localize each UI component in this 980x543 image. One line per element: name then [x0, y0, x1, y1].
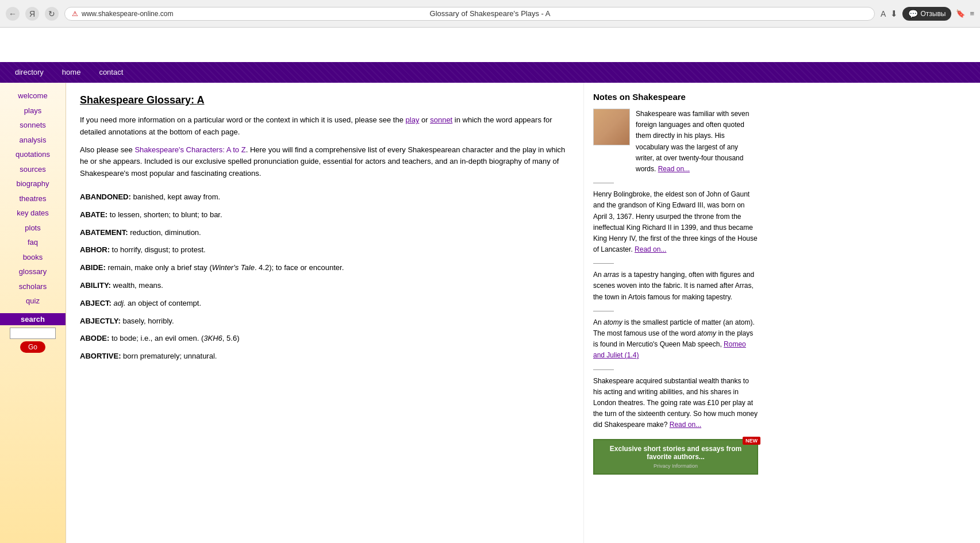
entry-italic2: 3KH6: [203, 334, 222, 342]
sidebar-link-books[interactable]: books: [0, 250, 66, 265]
note-1-read-on[interactable]: Read on...: [658, 165, 690, 173]
note-4-italic2: atomy: [697, 329, 716, 337]
main-layout: welcomeplayssonnetsanalysisquotationssou…: [0, 83, 980, 543]
note-1: Shakespeare was familiar with seven fore…: [593, 109, 758, 175]
warning-icon: ⚠: [72, 10, 78, 18]
sonnet-link[interactable]: sonnet: [430, 115, 452, 124]
menu-button[interactable]: ≡: [970, 9, 974, 18]
nav-directory[interactable]: directory: [6, 62, 53, 83]
sidebar-link-scholars[interactable]: scholars: [0, 279, 66, 294]
note-1-image: [593, 109, 630, 145]
note-2: Henry Bolingbroke, the eldest son of Joh…: [593, 189, 758, 255]
notes-heading: Notes on Shakespeare: [593, 92, 758, 102]
entry-term: ABIDE:: [80, 263, 106, 272]
sidebar-link-faq[interactable]: faq: [0, 235, 66, 250]
sidebar-link-welcome[interactable]: welcome: [0, 88, 66, 103]
browser-actions: A ⬇ 💬 Отзывы 🔖 ≡: [881, 7, 974, 21]
sidebar-link-plots[interactable]: plots: [0, 221, 66, 236]
intro-paragraph-2: Also please see Shakespeare's Characters…: [80, 144, 570, 180]
sidebar-link-plays[interactable]: plays: [0, 103, 66, 118]
entry-term: ABHOR:: [80, 245, 110, 254]
right-sidebar: Notes on Shakespeare Shakespeare was fam…: [583, 83, 767, 543]
page-title: Glossary of Shakespeare's Plays - A: [430, 9, 551, 18]
divider-3: [593, 311, 614, 311]
content-area: Shakespeare Glossary: A If you need more…: [66, 83, 583, 543]
sidebar-link-sources[interactable]: sources: [0, 162, 66, 177]
note-2-read-on[interactable]: Read on...: [635, 245, 666, 253]
glossary-entry: ABODE: to bode; i.e., an evil omen. (3KH…: [80, 333, 570, 345]
note-1-content: Shakespeare was familiar with seven fore…: [593, 109, 758, 175]
glossary-entry: ABORTIVE: born prematurely; unnatural.: [80, 351, 570, 363]
entry-term: ABATE:: [80, 210, 107, 219]
url-text: www.shakespeare-online.com: [82, 10, 173, 18]
glossary-entry: ABIDE: remain, make only a brief stay (W…: [80, 262, 570, 274]
note-3: An arras is a tapestry hanging, often wi…: [593, 269, 758, 303]
refresh-button[interactable]: ↻: [45, 7, 59, 21]
note-1-body: Shakespeare was familiar with seven fore…: [636, 110, 749, 173]
go-button[interactable]: Go: [20, 341, 45, 353]
sidebar-link-theatres[interactable]: theatres: [0, 191, 66, 206]
glossary-heading: Shakespeare Glossary: A: [80, 94, 570, 106]
privacy-text: Privacy Information: [599, 463, 752, 469]
nav-contact[interactable]: contact: [90, 62, 132, 83]
glossary-entry: ABJECT: adj. an object of contempt.: [80, 298, 570, 310]
review-label: Отзывы: [920, 10, 946, 18]
glossary-entry: ABJECTLY: basely, horribly.: [80, 315, 570, 328]
heading-letter: A: [197, 94, 204, 106]
glossary-entry: ABANDONED: banished, kept away from.: [80, 191, 570, 203]
intro-paragraph-1: If you need more information on a partic…: [80, 114, 570, 138]
note-5: Shakespeare acquired substantial wealth …: [593, 376, 758, 431]
sidebar-link-quiz[interactable]: quiz: [0, 294, 66, 309]
intro-text-2a: Also please see: [80, 145, 134, 154]
entry-italic: Winter's Tale: [212, 263, 255, 272]
entry-term: ABJECTLY:: [80, 317, 121, 325]
profile-icon: Я: [29, 9, 35, 18]
sidebar-link-key-dates[interactable]: key dates: [0, 206, 66, 221]
review-button[interactable]: 💬 Отзывы: [902, 7, 951, 21]
back-button[interactable]: ←: [6, 7, 20, 21]
entry-italic: adj.: [114, 299, 126, 307]
note-4-pre: An: [593, 318, 604, 326]
sidebar-link-glossary[interactable]: glossary: [0, 264, 66, 279]
browser-chrome: ← Я ↻ ⚠ www.shakespeare-online.com Gloss…: [0, 0, 980, 28]
note-2-body: Henry Bolingbroke, the eldest son of Joh…: [593, 190, 758, 253]
back-icon: ←: [9, 9, 17, 18]
sidebar-link-sonnets[interactable]: sonnets: [0, 118, 66, 133]
intro-text-1b: or: [419, 115, 430, 124]
nav-bar: directory home contact: [0, 62, 980, 83]
nav-home[interactable]: home: [53, 62, 90, 83]
new-badge: NEW: [743, 437, 760, 445]
sidebar-link-biography[interactable]: biography: [0, 176, 66, 191]
sidebar-link-quotations[interactable]: quotations: [0, 147, 66, 162]
note-4: An atomy is the smallest particle of mat…: [593, 317, 758, 361]
ad-text: Exclusive short stories and essays from …: [599, 445, 752, 461]
profile-button[interactable]: Я: [25, 7, 39, 21]
entry-term: ABODE:: [80, 334, 109, 342]
top-space: [0, 28, 980, 62]
entry-term: ABANDONED:: [80, 192, 131, 201]
play-link[interactable]: play: [406, 115, 420, 124]
bookmark-button[interactable]: 🔖: [956, 9, 965, 18]
note-3-italic: arras: [604, 271, 619, 279]
sidebar-link-analysis[interactable]: analysis: [0, 133, 66, 148]
note-5-read-on[interactable]: Read on...: [670, 421, 701, 429]
entry-term: ABORTIVE:: [80, 352, 121, 360]
search-input[interactable]: [10, 328, 56, 339]
note-1-text: Shakespeare was familiar with seven fore…: [636, 109, 758, 175]
chat-icon: 💬: [908, 9, 918, 18]
glossary-entry: ABHOR: to horrify, disgust; to protest.: [80, 244, 570, 256]
glossary-entries: ABANDONED: banished, kept away from.ABAT…: [80, 191, 570, 363]
characters-az-link[interactable]: Shakespeare's Characters: A to Z: [134, 145, 245, 154]
divider-4: [593, 369, 614, 370]
ad-box[interactable]: NEW Exclusive short stories and essays f…: [593, 439, 758, 475]
sidebar: welcomeplayssonnetsanalysisquotationssou…: [0, 83, 66, 543]
note-3-pre: An: [593, 271, 604, 279]
entry-term: ABILITY:: [80, 281, 111, 290]
download-button[interactable]: ⬇: [890, 9, 898, 19]
divider-1: [593, 183, 614, 183]
text-size-button[interactable]: A: [881, 9, 886, 18]
search-label: search: [0, 313, 66, 325]
heading-text: Shakespeare Glossary:: [80, 94, 197, 106]
glossary-entry: ABATEMENT: reduction, diminution.: [80, 227, 570, 239]
sidebar-links: welcomeplayssonnetsanalysisquotationssou…: [0, 88, 66, 309]
